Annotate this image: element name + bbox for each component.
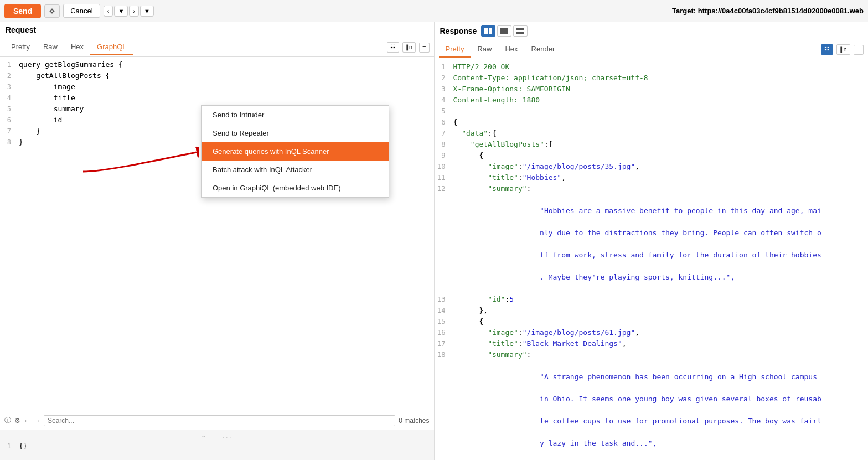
resp-line-5: 5 (435, 106, 869, 117)
response-code-area[interactable]: 1 HTTP/2 200 OK 2 Content-Type: applicat… (435, 59, 869, 460)
help-icon[interactable]: ⓘ (4, 416, 11, 425)
tab-raw-request[interactable]: Raw (37, 39, 64, 55)
nav-prev-dropdown[interactable]: ▼ (114, 6, 128, 17)
resp-line-8: 8 "getAllBlogPosts":[ (435, 139, 869, 150)
menu-open-graphiql[interactable]: Open in GraphiQL (embedded web IDE) (202, 179, 389, 197)
resp-line-17: 17 "title":"Black Market Dealings", (435, 338, 869, 349)
target-label: Target: https://0a4c00fa03c4cf9b81514d02… (672, 7, 864, 15)
response-ln-btn[interactable]: ∥n (836, 44, 850, 55)
tab-graphql-request[interactable]: GraphQL (90, 39, 133, 55)
resp-line-2: 2 Content-Type: application/json; charse… (435, 73, 869, 84)
nav-next-button[interactable]: › (129, 6, 139, 17)
compact-view-btn[interactable] (513, 25, 528, 37)
request-panel: Request Pretty Raw Hex GraphQL ☷ ∥n ≡ 1 … (0, 22, 435, 460)
menu-batch-attack[interactable]: Batch attack with InQL Attacker (202, 161, 389, 179)
resp-line-14: 14 }, (435, 305, 869, 316)
single-view-btn[interactable] (497, 25, 512, 37)
svg-rect-5 (516, 28, 524, 30)
code-line-4: 4 title (0, 92, 434, 104)
svg-rect-3 (489, 28, 492, 34)
svg-rect-4 (500, 28, 508, 34)
request-tabs: Pretty Raw Hex GraphQL ☷ ∥n ≡ (0, 38, 434, 57)
cancel-button[interactable]: Cancel (63, 4, 100, 18)
nav-prev-button[interactable]: ‹ (104, 6, 113, 17)
main-layout: Request Pretty Raw Hex GraphQL ☷ ∥n ≡ 1 … (0, 22, 868, 460)
resp-line-12: 12 "summary": "Hobbies are a massive ben… (435, 183, 869, 294)
prettify-icon-btn[interactable]: ☷ (387, 42, 399, 53)
menu-generate-inql[interactable]: Generate queries with InQL Scanner (202, 142, 389, 161)
resp-line-7: 7 "data":{ (435, 128, 869, 139)
resp-line-16: 16 "image":"/image/blog/posts/61.jpg", (435, 327, 869, 338)
response-prettify-btn[interactable]: ☷ (821, 44, 833, 55)
send-button[interactable]: Send (4, 4, 41, 18)
code-line-2: 2 getAllBlogPosts { (0, 70, 434, 81)
settings-search-icon[interactable]: ⚙ (14, 417, 20, 425)
resp-line-10: 10 "image":"/image/blog/posts/35.jpg", (435, 161, 869, 172)
tab-render-response[interactable]: Render (525, 42, 562, 58)
nav-buttons: ‹ ▼ › ▼ (104, 6, 154, 17)
svg-rect-6 (516, 32, 524, 34)
code-line-3: 3 image (0, 81, 434, 92)
resp-line-3: 3 X-Frame-Options: SAMEORIGIN (435, 84, 869, 95)
matches-label: 0 matches (399, 417, 429, 425)
resp-line-4: 4 Content-Length: 1880 (435, 95, 869, 106)
ln-btn[interactable]: ∥n (402, 42, 416, 53)
resp-line-13: 13 "id":5 (435, 294, 869, 305)
search-prev-btn[interactable]: ← (24, 417, 30, 425)
tab-hex-request[interactable]: Hex (64, 39, 90, 55)
resp-line-11: 11 "title":"Hobbies", (435, 172, 869, 183)
response-title: Response (440, 27, 477, 35)
response-tabs: Pretty Raw Hex Render ☷ ∥n ≡ (435, 40, 869, 59)
bottom-code-line: 1 {} (0, 441, 434, 452)
tab-raw-response[interactable]: Raw (471, 42, 498, 58)
response-tab-icons: ☷ ∥n ≡ (821, 44, 864, 55)
split-view-btn[interactable] (481, 25, 495, 37)
resp-line-9: 9 { (435, 150, 869, 161)
view-icons (481, 25, 528, 37)
search-input[interactable] (44, 415, 395, 426)
context-menu: Send to Intruder Send to Repeater Genera… (201, 105, 389, 198)
bottom-code-area: ~ ... 1 {} (0, 430, 434, 460)
svg-rect-2 (484, 28, 488, 34)
resp-line-18: 18 "summary": "A strange phenomenon has … (435, 349, 869, 460)
resp-line-1: 1 HTTP/2 200 OK (435, 61, 869, 73)
settings-button[interactable] (44, 4, 60, 18)
code-line-1: 1 query getBlogSummaries { (0, 59, 434, 70)
response-panel: Response Pretty Raw Hex Render ☷ ∥n (435, 22, 869, 460)
response-more-btn[interactable]: ≡ (854, 45, 864, 55)
svg-point-0 (51, 9, 54, 12)
search-next-btn[interactable]: → (34, 417, 40, 425)
nav-next-dropdown[interactable]: ▼ (140, 6, 154, 17)
resp-line-15: 15 { (435, 316, 869, 327)
request-title: Request (0, 22, 434, 38)
menu-send-repeater[interactable]: Send to Repeater (202, 124, 389, 142)
toolbar: Send Cancel ‹ ▼ › ▼ Target: https://0a4c… (0, 0, 868, 22)
resp-line-6: 6 { (435, 117, 869, 128)
menu-send-intruder[interactable]: Send to Intruder (202, 106, 389, 124)
response-code-lines: 1 HTTP/2 200 OK 2 Content-Type: applicat… (435, 59, 869, 460)
search-bar: ⓘ ⚙ ← → 0 matches (0, 411, 434, 430)
tab-pretty-response[interactable]: Pretty (439, 42, 471, 58)
tab-hex-response[interactable]: Hex (498, 42, 524, 58)
more-btn[interactable]: ≡ (419, 43, 429, 53)
bottom-divider: ~ ... (0, 432, 434, 441)
request-tab-icons: ☷ ∥n ≡ (387, 42, 430, 53)
tab-pretty-request[interactable]: Pretty (4, 39, 37, 55)
